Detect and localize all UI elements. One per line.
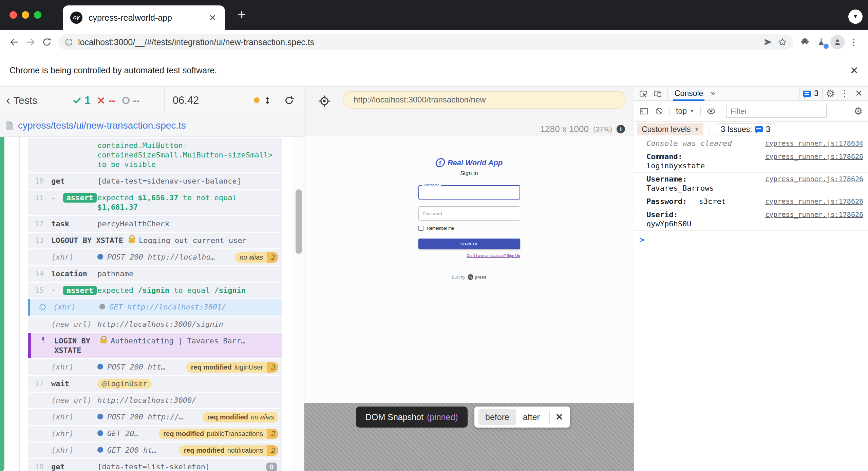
- address-bar[interactable]: localhost:3000/__/#/tests/integration/ui…: [58, 34, 793, 50]
- new-tab-button[interactable]: +: [238, 7, 246, 22]
- new-url-label: (new url): [44, 320, 97, 329]
- javascript-context-dropdown[interactable]: top ▼: [674, 107, 696, 116]
- url-text[interactable]: localhost:3000/__/#/tests/integration/ui…: [78, 37, 759, 47]
- command-message: pathname: [97, 269, 278, 279]
- rerun-tests-icon[interactable]: [284, 95, 294, 106]
- xhr-row[interactable]: (xhr) POST 200 http://… req modified no …: [28, 409, 282, 425]
- send-icon[interactable]: [763, 37, 773, 47]
- command-message: [data-test=list-skeleton]: [97, 462, 278, 471]
- new-url-row[interactable]: (new url) http://localhost:3000/: [28, 393, 282, 408]
- clear-console-icon[interactable]: [653, 105, 665, 118]
- window-close-button[interactable]: [10, 11, 17, 19]
- info-icon[interactable]: i: [617, 125, 625, 133]
- auto-scroll-toggle[interactable]: [254, 96, 272, 105]
- inspect-element-icon[interactable]: [637, 87, 650, 100]
- command-row[interactable]: 10 get [data-test=sidenav-user-balance]: [28, 173, 282, 189]
- password-input[interactable]: [419, 211, 520, 216]
- extensions-puzzle-icon[interactable]: [797, 34, 813, 50]
- command-row[interactable]: 15 - assert expected /signin to equal /s…: [28, 283, 282, 298]
- tab-close-icon[interactable]: ✕: [208, 12, 218, 24]
- username-input[interactable]: [419, 186, 520, 199]
- log-levels-dropdown[interactable]: Custom levels ▼: [637, 123, 703, 135]
- profile-avatar[interactable]: [829, 34, 846, 50]
- source-link[interactable]: cypress_runner.js:178626: [765, 210, 863, 219]
- console-prompt[interactable]: >: [634, 231, 868, 245]
- reload-icon[interactable]: [39, 34, 55, 50]
- issues-count: 3: [766, 125, 770, 134]
- command-method: task: [44, 219, 97, 229]
- aut-url-bar[interactable]: http://localhost:3000/transaction/new: [343, 91, 626, 109]
- console-sidebar-icon[interactable]: [638, 105, 650, 118]
- command-method: get: [44, 176, 97, 186]
- source-link[interactable]: cypress_runner.js:178626: [765, 152, 863, 161]
- username-field[interactable]: Username: [418, 185, 520, 200]
- assert-text: containedSizeSmall.MuiButton-sizeSmall>: [97, 150, 278, 160]
- after-button[interactable]: after: [516, 412, 547, 422]
- command-row[interactable]: 18 get [data-test=list-skeleton] 0: [28, 459, 282, 471]
- xhr-row-active[interactable]: (xhr) GET http://localhost:3001/: [28, 299, 282, 316]
- browser-tab[interactable]: cy cypress-realworld-app ✕: [63, 5, 225, 30]
- sign-in-button[interactable]: SIGN IN: [418, 239, 520, 249]
- sign-up-link[interactable]: Don't have an account? Sign Up: [467, 253, 520, 258]
- source-link[interactable]: cypress_runner.js:178626: [765, 197, 863, 206]
- password-field[interactable]: [418, 206, 520, 221]
- console-log-value: Tavares_Barrows: [646, 184, 760, 193]
- reporter-scrollbar[interactable]: [294, 137, 304, 471]
- forward-icon[interactable]: [22, 34, 39, 50]
- command-number: 15: [28, 286, 44, 295]
- xhr-row[interactable]: (xhr) GET 20… req modified publicTransac…: [28, 426, 282, 441]
- console-filter-input[interactable]: [726, 105, 827, 118]
- infobar-close-icon[interactable]: ✕: [850, 64, 858, 76]
- source-link[interactable]: cypress_runner.js:178626: [765, 174, 863, 184]
- tab-console[interactable]: Console: [671, 87, 706, 101]
- command-row[interactable]: contained.MuiButton- containedSizeSmall.…: [28, 138, 282, 172]
- window-zoom-button[interactable]: [34, 11, 41, 19]
- command-message: Logging out current user: [129, 236, 278, 245]
- browser-menu-icon[interactable]: ⋮: [846, 34, 862, 50]
- tab-title: cypress-realworld-app: [89, 13, 208, 23]
- back-to-tests-button[interactable]: ‹ Tests: [0, 87, 48, 114]
- selector-playground-icon[interactable]: [318, 95, 331, 108]
- cypress-reporter-panel: ‹ Tests 1 -- -- 06.42: [0, 87, 304, 471]
- scrollbar-thumb[interactable]: [296, 189, 302, 254]
- devtools-close-icon[interactable]: ✕: [852, 87, 865, 100]
- check-icon: [73, 96, 81, 105]
- command-row[interactable]: 13 LOGOUT BY XSTATE Logging out current …: [28, 233, 282, 248]
- element-count-badge: 0: [266, 463, 277, 471]
- remember-me-checkbox[interactable]: [418, 226, 423, 231]
- tab-search-dropdown-icon[interactable]: ▼: [848, 10, 863, 24]
- pending-count: --: [133, 94, 140, 107]
- console-messages-badge[interactable]: 3: [799, 88, 823, 99]
- command-row[interactable]: 11 - assert expected $1,656.37 to not eq…: [28, 190, 282, 215]
- divider: [667, 89, 668, 98]
- device-toolbar-icon[interactable]: [651, 87, 664, 100]
- command-row[interactable]: 12 task percyHealthCheck: [28, 216, 282, 232]
- site-info-icon[interactable]: [64, 38, 73, 46]
- before-button[interactable]: before: [478, 409, 516, 425]
- new-url-row[interactable]: (new url) http://localhost:3000/signin: [28, 317, 282, 332]
- console-settings-icon[interactable]: ⚙: [852, 105, 865, 118]
- console-log-label: Username:: [646, 174, 760, 184]
- xhr-row[interactable]: (xhr) GET 200 ht… req modified notificat…: [28, 442, 282, 458]
- more-tabs-icon[interactable]: »: [711, 89, 715, 98]
- xhr-label: (xhr): [44, 252, 97, 262]
- window-minimize-button[interactable]: [22, 11, 29, 19]
- command-row[interactable]: 17 wait @loginUser: [28, 376, 282, 392]
- xhr-row[interactable]: (xhr) POST 200 htt… req modified loginUs…: [28, 359, 282, 375]
- xhr-row[interactable]: (xhr) POST 200 http://localho… no alias …: [28, 249, 282, 265]
- devtools-menu-icon[interactable]: ⋮: [838, 87, 851, 100]
- issues-button[interactable]: 3 Issues: 3: [716, 123, 775, 135]
- xhr-dot-icon: [97, 430, 103, 436]
- command-row[interactable]: 14 location pathname: [28, 266, 282, 282]
- assert-text: contained.MuiButton-: [97, 141, 278, 150]
- pending-circle-icon: [122, 97, 130, 104]
- devtools-settings-icon[interactable]: ⚙: [824, 87, 837, 100]
- bookmark-star-icon[interactable]: [778, 37, 787, 47]
- spec-file-link[interactable]: cypress/tests/ui/new-transaction.spec.ts: [18, 120, 186, 131]
- source-link[interactable]: cypress_runner.js:178634: [765, 139, 863, 148]
- back-icon[interactable]: [6, 34, 22, 50]
- live-expression-eye-icon[interactable]: [705, 105, 718, 118]
- snapshot-close-icon[interactable]: ✕: [553, 412, 566, 422]
- command-row-pinned[interactable]: LOGIN BY XSTATE Authenticating | Tavares…: [28, 333, 282, 358]
- experiments-flask-icon[interactable]: [813, 34, 829, 50]
